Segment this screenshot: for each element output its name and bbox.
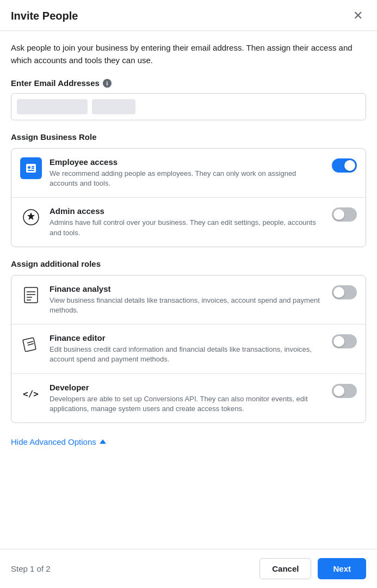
admin-role-name: Admin access [50,206,324,216]
admin-toggle-track [332,207,357,222]
admin-role-item: Admin access Admins have full control ov… [11,197,366,246]
intro-text: Ask people to join your business by ente… [11,42,366,66]
svg-rect-1 [26,164,36,173]
finance-analyst-name: Finance analyst [50,284,324,293]
employee-role-desc: We recommend adding people as employees.… [50,169,324,188]
developer-desc: Developers are able to set up Conversion… [50,394,324,414]
svg-rect-3 [28,170,34,171]
svg-rect-4 [32,166,34,167]
employee-role-name: Employee access [50,157,324,167]
admin-toggle[interactable] [332,207,357,222]
additional-roles-card: Finance analyst View business financial … [11,275,366,423]
hide-advanced-label: Hide Advanced Options [11,437,96,446]
close-icon: ✕ [353,9,363,22]
svg-rect-2 [28,166,30,169]
email-tag-placeholder-1 [17,99,88,114]
finance-editor-icon [20,333,42,355]
finance-analyst-item: Finance analyst View business financial … [11,275,366,324]
additional-roles-title: Assign additional roles [11,259,366,268]
developer-name: Developer [50,383,324,392]
finance-analyst-desc: View business financial details like tra… [50,296,324,315]
svg-rect-7 [24,287,38,303]
svg-rect-5 [32,168,34,169]
hide-advanced-options-link[interactable]: Hide Advanced Options [11,437,106,446]
business-role-title: Assign Business Role [11,132,366,142]
employee-role-info: Employee access We recommend adding peop… [50,157,324,188]
developer-item: </> Developer Developers are able to set… [11,373,366,422]
admin-role-desc: Admins have full control over your busin… [50,218,324,237]
next-button[interactable]: Next [318,558,366,579]
svg-line-14 [28,344,34,345]
finance-editor-desc: Edit business credit card information an… [50,345,324,364]
finance-editor-name: Finance editor [50,333,324,342]
finance-editor-info: Finance editor Edit business credit card… [50,333,324,364]
employee-toggle-thumb [344,160,355,171]
admin-icon [20,206,42,228]
finance-editor-toggle-track [332,334,357,348]
finance-analyst-toggle-thumb [333,287,344,298]
finance-analyst-icon [20,284,42,306]
chevron-up-icon [100,439,106,444]
developer-info: Developer Developers are able to set up … [50,383,324,414]
svg-text:</>: </> [23,389,39,399]
email-input-area[interactable] [11,93,366,120]
svg-line-13 [27,341,33,343]
finance-editor-toggle[interactable] [332,334,357,348]
employee-icon [20,157,42,179]
finance-editor-toggle-thumb [333,336,344,347]
email-section-label: Enter Email Addresses i [11,78,366,88]
finance-analyst-info: Finance analyst View business financial … [50,284,324,315]
employee-role-item: Employee access We recommend adding peop… [11,149,366,197]
employee-toggle-track [332,158,357,173]
admin-toggle-thumb [333,209,344,220]
cancel-button[interactable]: Cancel [259,558,311,579]
modal-footer: Step 1 of 2 Cancel Next [0,549,377,588]
employee-toggle[interactable] [332,158,357,173]
developer-toggle-thumb [333,385,344,396]
info-icon[interactable]: i [103,79,112,88]
email-tag-placeholder-2 [92,99,135,114]
modal-title: Invite People [11,10,78,22]
finance-analyst-toggle[interactable] [332,285,357,299]
close-button[interactable]: ✕ [350,9,366,23]
footer-actions: Cancel Next [259,558,366,579]
finance-editor-item: Finance editor Edit business credit card… [11,324,366,373]
admin-role-info: Admin access Admins have full control ov… [50,206,324,237]
finance-analyst-toggle-track [332,285,357,299]
step-label: Step 1 of 2 [11,564,51,573]
developer-toggle[interactable] [332,384,357,398]
developer-toggle-track [332,384,357,398]
modal-body: Ask people to join your business by ente… [0,31,377,549]
modal-header: Invite People ✕ [0,0,377,31]
invite-people-modal: Invite People ✕ Ask people to join your … [0,0,377,588]
developer-icon: </> [20,383,42,405]
business-role-card: Employee access We recommend adding peop… [11,148,366,247]
